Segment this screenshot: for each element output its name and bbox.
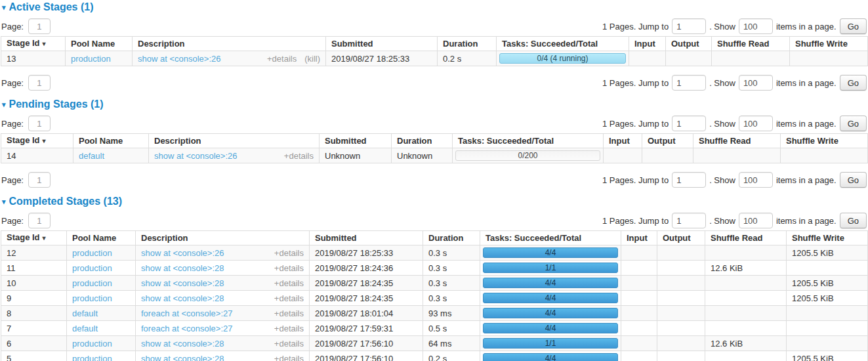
pool-name-cell: production (67, 291, 136, 306)
section-header[interactable]: ▾ Completed Stages (13) (2, 196, 867, 207)
show-count-input[interactable] (739, 116, 773, 131)
col-header-duration[interactable]: Duration (438, 37, 497, 51)
details-toggle[interactable]: +details (274, 339, 304, 349)
col-header-submitted[interactable]: Submitted (310, 231, 423, 245)
go-button[interactable]: Go (840, 116, 867, 131)
shuffle-write-cell (787, 306, 868, 321)
show-count-input[interactable] (739, 75, 773, 91)
col-header-label: Output (648, 136, 676, 146)
col-header-output[interactable]: Output (642, 134, 693, 148)
items-per-page-label: items in a page. (776, 216, 837, 226)
col-header-shuffle-write[interactable]: Shuffle Write (787, 231, 868, 245)
col-header-label: Shuffle Read (699, 136, 751, 146)
kill-link[interactable]: (kill) (304, 54, 320, 64)
pagination-row: Page: 1 Pages. Jump to . Show items in a… (1, 18, 867, 34)
pool-name-link[interactable]: default (79, 151, 104, 161)
description-link[interactable]: show at <console>:28 (141, 263, 224, 273)
go-button[interactable]: Go (840, 213, 867, 228)
section-header[interactable]: ▾ Pending Stages (1) (2, 98, 867, 110)
col-header-shuffle-read[interactable]: Shuffle Read (693, 134, 781, 148)
col-header-duration[interactable]: Duration (423, 231, 480, 245)
description-cell: show at <console>:28 +details (136, 261, 310, 276)
description-link[interactable]: foreach at <console>:27 (141, 324, 233, 333)
pool-name-link[interactable]: production (72, 263, 112, 273)
col-header-duration[interactable]: Duration (392, 134, 453, 148)
details-toggle[interactable]: +details (274, 248, 304, 258)
pool-name-link[interactable]: production (72, 278, 112, 288)
jump-to-input[interactable] (672, 18, 706, 34)
shuffle-read-cell (693, 148, 781, 163)
description-link[interactable]: foreach at <console>:27 (141, 308, 233, 318)
jump-to-input[interactable] (672, 75, 706, 91)
col-header-output[interactable]: Output (657, 231, 705, 245)
input-cell (621, 276, 657, 291)
pool-name-link[interactable]: production (72, 354, 112, 361)
details-toggle[interactable]: +details (274, 324, 304, 333)
description-link[interactable]: show at <console>:28 (141, 354, 224, 361)
details-toggle[interactable]: +details (274, 278, 304, 288)
jump-to-input[interactable] (672, 116, 706, 131)
details-toggle[interactable]: +details (267, 54, 297, 64)
col-header-pool-name[interactable]: Pool Name (73, 134, 149, 148)
col-header-pool-name[interactable]: Pool Name (67, 231, 136, 245)
pool-name-link[interactable]: default (72, 308, 98, 318)
collapse-arrow-icon: ▾ (2, 101, 6, 108)
col-header-stage-id[interactable]: Stage Id▾ (1, 37, 66, 51)
details-toggle[interactable]: +details (274, 308, 304, 318)
col-header-stage-id[interactable]: Stage Id▾ (1, 134, 73, 148)
pagination-controls: 1 Pages. Jump to . Show items in a page.… (602, 75, 867, 91)
col-header-tasks-succeeded-total[interactable]: Tasks: Succeeded/Total (453, 134, 604, 148)
details-toggle[interactable]: +details (274, 354, 304, 361)
col-header-stage-id[interactable]: Stage Id▾ (1, 231, 67, 245)
pool-name-link[interactable]: production (72, 339, 112, 349)
details-toggle[interactable]: +details (274, 263, 304, 273)
page-number-input[interactable] (28, 75, 51, 91)
description-link[interactable]: show at <console>:26 (154, 151, 237, 161)
page-number-input[interactable] (28, 116, 51, 131)
pool-name-link[interactable]: production (71, 54, 111, 64)
go-button[interactable]: Go (840, 172, 867, 188)
col-header-label: Tasks: Succeeded/Total (458, 136, 554, 146)
sort-arrow-icon: ▾ (43, 40, 46, 47)
details-toggle[interactable]: +details (284, 151, 314, 161)
col-header-tasks-succeeded-total[interactable]: Tasks: Succeeded/Total (497, 37, 629, 51)
description-link[interactable]: show at <console>:28 (141, 278, 224, 288)
details-toggle[interactable]: +details (274, 293, 304, 303)
section-header[interactable]: ▾ Active Stages (1) (2, 1, 867, 13)
table-row: 11 production show at <console>:28 +deta… (1, 261, 868, 276)
col-header-submitted[interactable]: Submitted (320, 134, 392, 148)
jump-to-input[interactable] (672, 213, 706, 228)
description-link[interactable]: show at <console>:26 (138, 54, 220, 64)
col-header-output[interactable]: Output (666, 37, 712, 51)
go-button[interactable]: Go (840, 75, 867, 91)
page-number-input[interactable] (28, 18, 51, 34)
jump-to-input[interactable] (672, 172, 706, 188)
description-link[interactable]: show at <console>:26 (141, 248, 224, 258)
go-button[interactable]: Go (840, 18, 867, 34)
col-header-shuffle-write[interactable]: Shuffle Write (781, 134, 868, 148)
page-number-input[interactable] (28, 172, 51, 188)
col-header-tasks-succeeded-total[interactable]: Tasks: Succeeded/Total (480, 231, 621, 245)
pool-name-link[interactable]: production (72, 248, 112, 258)
pool-name-link[interactable]: default (72, 324, 98, 333)
show-count-input[interactable] (739, 18, 773, 34)
pool-name-link[interactable]: production (72, 293, 112, 303)
page-number-input[interactable] (28, 213, 51, 228)
col-header-input[interactable]: Input (621, 231, 657, 245)
show-count-input[interactable] (739, 172, 773, 188)
col-header-shuffle-write[interactable]: Shuffle Write (790, 37, 868, 51)
description-link[interactable]: show at <console>:28 (141, 293, 224, 303)
show-count-input[interactable] (739, 213, 773, 228)
col-header-input[interactable]: Input (604, 134, 642, 148)
col-header-description[interactable]: Description (136, 231, 310, 245)
col-header-submitted[interactable]: Submitted (326, 37, 438, 51)
pagination-controls: 1 Pages. Jump to . Show items in a page.… (602, 213, 867, 228)
description-link[interactable]: show at <console>:28 (141, 339, 224, 349)
col-header-pool-name[interactable]: Pool Name (66, 37, 133, 51)
col-header-description[interactable]: Description (149, 134, 320, 148)
col-header-input[interactable]: Input (629, 37, 666, 51)
col-header-description[interactable]: Description (133, 37, 326, 51)
tasks-progress-label: 0/4 (4 running) (537, 54, 588, 63)
col-header-shuffle-read[interactable]: Shuffle Read (712, 37, 790, 51)
col-header-shuffle-read[interactable]: Shuffle Read (705, 231, 787, 245)
